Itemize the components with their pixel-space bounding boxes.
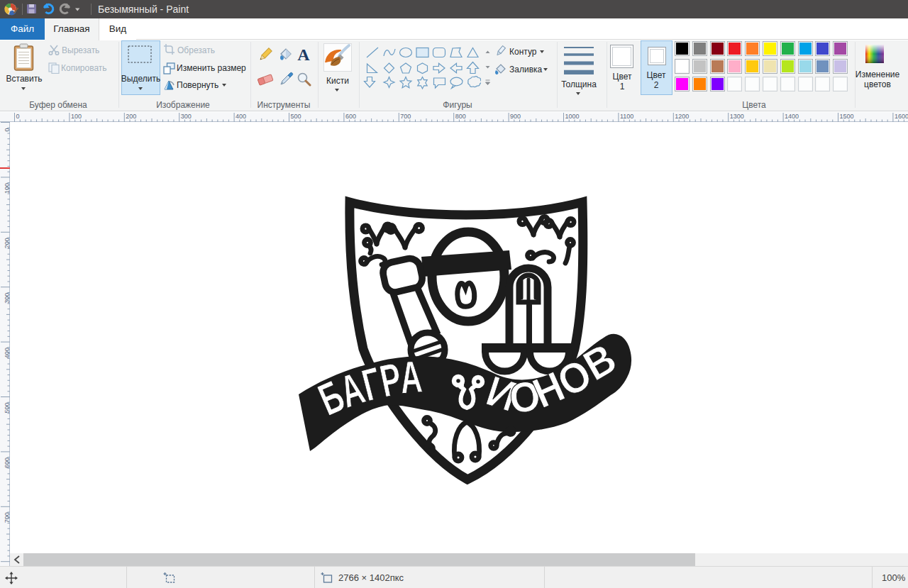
svg-text:300: 300 [4, 293, 10, 304]
svg-text:700: 700 [4, 512, 10, 523]
svg-text:500: 500 [4, 403, 10, 414]
svg-text:400: 400 [4, 348, 10, 358]
svg-text:600: 600 [4, 457, 10, 468]
svg-text:100: 100 [4, 183, 10, 194]
svg-text:0: 0 [4, 128, 10, 132]
svg-text:200: 200 [4, 238, 10, 248]
svg-text:БАГРА: БАГРА [311, 351, 424, 426]
